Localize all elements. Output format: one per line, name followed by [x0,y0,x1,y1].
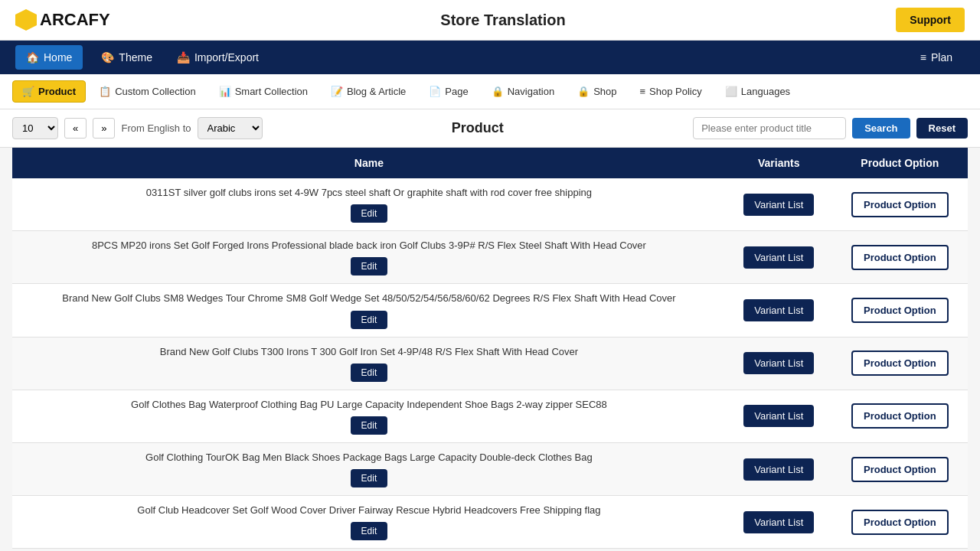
table-row: 8PCS MP20 irons Set Golf Forged Irons Pr… [12,231,968,284]
variant-list-button[interactable]: Variant List [743,352,814,374]
variant-cell: Variant List [726,231,832,284]
variant-cell: Variant List [726,178,832,231]
product-option-button[interactable]: Product Option [851,245,949,270]
edit-button[interactable]: Edit [351,522,388,540]
variant-list-button[interactable]: Variant List [743,299,814,321]
sub-nav-custom-collection-label: Custom Collection [115,86,196,97]
nav-theme-label: Theme [119,51,152,64]
product-option-button[interactable]: Product Option [851,192,949,217]
nav-importexport-label: Import/Export [194,51,259,64]
logo: ARCAFY [15,9,110,31]
product-option-button[interactable]: Product Option [851,403,949,429]
col-product-option: Product Option [832,148,968,178]
product-option-cell: Product Option [832,178,968,231]
edit-button[interactable]: Edit [351,311,388,329]
nav-plan[interactable]: ≡ Plan [908,41,965,74]
nav-item-import-export[interactable]: 📥 Import/Export [165,41,271,74]
search-input[interactable] [693,117,846,139]
table-row: Brand New Golf Clubs T300 Irons T 300 Go… [12,337,968,390]
product-name-cell: Brand New Golf Clubs T300 Irons T 300 Go… [12,337,726,390]
sub-nav-navigation-label: Navigation [508,86,554,97]
navigation-icon: 🔒 [492,86,504,97]
product-option-cell: Product Option [832,284,968,337]
sub-nav-navigation[interactable]: 🔒 Navigation [482,80,564,103]
table-row: Golf Clothing TourOK Bag Men Black Shoes… [12,442,968,495]
edit-button[interactable]: Edit [351,257,388,276]
sub-nav-blog-article-label: Blog & Article [347,86,406,97]
sub-nav-smart-collection[interactable]: 📊 Smart Collection [209,80,318,103]
nav-left: 🏠 Home 🎨 Theme 📥 Import/Export [15,41,271,74]
products-table: Name Variants Product Option 0311ST silv… [12,148,968,549]
variant-list-button[interactable]: Variant List [743,246,814,269]
edit-button[interactable]: Edit [351,204,388,223]
support-button[interactable]: Support [896,8,965,32]
variant-list-button[interactable]: Variant List [743,511,814,533]
shop-policy-icon: ≡ [640,86,646,97]
edit-button[interactable]: Edit [351,416,388,435]
product-option-button[interactable]: Product Option [851,457,949,482]
variant-cell: Variant List [726,337,832,390]
sub-nav-page[interactable]: 📄 Page [419,80,478,103]
sub-nav-shop-policy-label: Shop Policy [649,86,702,97]
table-row: Golf Clothes Bag Waterproof Clothing Bag… [12,390,968,442]
nav-item-theme[interactable]: 🎨 Theme [89,41,165,74]
shop-icon: 🔒 [577,86,590,97]
product-name-text: Golf Clothing TourOK Bag Men Black Shoes… [145,452,593,463]
search-button[interactable]: Search [852,118,910,139]
product-name-text: Golf Club Headcover Set Golf Wood Cover … [137,504,600,516]
sub-nav-shop[interactable]: 🔒 Shop [567,80,626,103]
reset-button[interactable]: Reset [916,118,968,139]
custom-collection-icon: 📋 [99,86,111,97]
prev-page-button[interactable]: « [64,118,87,139]
product-name-cell: Golf Clothes Bag Waterproof Clothing Bag… [12,390,726,442]
product-name-cell: Brand New Golf Clubs SM8 Wedges Tour Chr… [12,284,726,337]
variant-list-button[interactable]: Variant List [743,458,814,481]
variant-cell: Variant List [726,390,832,442]
sub-nav-smart-collection-label: Smart Collection [235,86,308,97]
col-name: Name [12,148,726,178]
from-label: From English to [121,122,191,134]
product-option-cell: Product Option [832,390,968,442]
language-select[interactable]: Arabic French Spanish German [198,117,263,139]
product-option-cell: Product Option [832,337,968,390]
next-page-button[interactable]: » [93,118,115,139]
page-title: Store Translation [440,11,565,29]
product-option-cell: Product Option [832,496,968,549]
sub-nav: 🛒 Product 📋 Custom Collection 📊 Smart Co… [0,74,980,109]
sub-nav-custom-collection[interactable]: 📋 Custom Collection [89,80,206,103]
sub-nav-shop-label: Shop [593,86,616,97]
product-name-cell: 8PCS MP20 irons Set Golf Forged Irons Pr… [12,231,726,284]
sub-nav-languages-label: Languages [741,86,790,97]
product-name-cell: 0311ST silver golf clubs irons set 4-9W … [12,178,726,231]
variant-list-button[interactable]: Variant List [743,194,814,216]
toolbar: 10 25 50 100 « » From English to Arabic … [0,109,980,148]
nav-item-home[interactable]: 🏠 Home [15,45,83,70]
sub-nav-shop-policy[interactable]: ≡ Shop Policy [630,80,712,103]
sub-nav-page-label: Page [445,86,468,97]
product-option-button[interactable]: Product Option [851,298,949,323]
product-name-cell: Golf Clothing TourOK Bag Men Black Shoes… [12,442,726,495]
import-export-icon: 📥 [177,51,190,64]
table-row: Brand New Golf Clubs SM8 Wedges Tour Chr… [12,284,968,337]
product-option-cell: Product Option [832,231,968,284]
variant-cell: Variant List [726,284,832,337]
table-container: Name Variants Product Option 0311ST silv… [0,148,980,551]
toolbar-title: Product [269,120,688,136]
product-option-button[interactable]: Product Option [851,350,949,376]
sub-nav-languages[interactable]: ⬜ Languages [715,80,800,103]
sub-nav-blog-article[interactable]: 📝 Blog & Article [321,80,416,103]
per-page-select[interactable]: 10 25 50 100 [12,117,58,139]
product-option-button[interactable]: Product Option [851,510,949,535]
logo-shield-icon [15,9,37,31]
edit-button[interactable]: Edit [351,469,388,487]
nav-home-label: Home [44,51,72,64]
product-icon: 🛒 [22,86,34,97]
variant-list-button[interactable]: Variant List [743,405,814,427]
edit-button[interactable]: Edit [351,364,388,382]
logo-text: ARCAFY [40,10,110,30]
variant-cell: Variant List [726,496,832,549]
sub-nav-product-label: Product [38,86,76,97]
sub-nav-product[interactable]: 🛒 Product [12,80,86,103]
toolbar-right: Search Reset [693,117,968,139]
languages-icon: ⬜ [725,86,737,97]
